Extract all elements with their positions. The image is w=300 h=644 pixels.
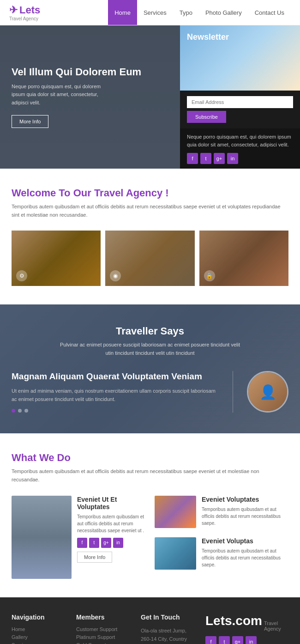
traveller-name: Magnam Aliquam Quaerat Voluptatem Veniam bbox=[12, 371, 219, 383]
welcome-description: Temporibus autem quibusdam et aut offici… bbox=[12, 203, 288, 219]
hero-title: Vel Illum Qui Dolorem Eum bbox=[12, 66, 168, 78]
nav-services[interactable]: Services bbox=[137, 0, 173, 25]
footer-twitter-icon[interactable]: t bbox=[219, 636, 230, 644]
linkedin-icon[interactable]: in bbox=[227, 153, 238, 164]
footer-members-title: Members bbox=[76, 614, 132, 621]
footer-platinum-support[interactable]: Platinum Support bbox=[76, 634, 132, 640]
hero-more-info-button[interactable]: More Info bbox=[12, 115, 48, 128]
footer-nav-home[interactable]: Home bbox=[12, 626, 67, 632]
nav-photo-gallery[interactable]: Photo Gallery bbox=[199, 0, 248, 25]
traveller-divider bbox=[233, 371, 233, 413]
newsletter-text: Neque porro quisquam est, qui dolorem ip… bbox=[180, 128, 300, 153]
footer-contact-title: Get In Touch bbox=[141, 614, 196, 621]
subscribe-button[interactable]: Subscribe bbox=[187, 111, 226, 123]
nav-home[interactable]: Home bbox=[108, 0, 137, 25]
footer-social-icons: f t g+ in bbox=[205, 636, 257, 644]
footer-address: Ola-ola street Jump, 260-14 City, Countr… bbox=[141, 626, 196, 644]
navigation: ✈ Lets Travel Agency Home Services Typo … bbox=[0, 0, 300, 25]
traveller-header: Traveller Says Pulvinar ac enimet posuer… bbox=[12, 325, 288, 357]
footer-nav-gallery[interactable]: Gallery bbox=[12, 634, 67, 640]
gallery-item-1[interactable]: ⚙ bbox=[12, 231, 101, 286]
newsletter-social-icons: f t g+ in bbox=[180, 153, 300, 169]
facebook-icon[interactable]: f bbox=[187, 153, 198, 164]
hero-content: Vel Illum Qui Dolorem Eum Neque porro qu… bbox=[12, 66, 168, 128]
services-grid: Eveniet Ut Et Voluptates Temporibus aute… bbox=[12, 496, 288, 579]
dot-3[interactable] bbox=[24, 409, 28, 413]
dot-1[interactable] bbox=[12, 409, 15, 413]
gallery-grid: ⚙ ◉ 🔒 bbox=[12, 231, 288, 286]
email-input[interactable] bbox=[187, 96, 293, 108]
gallery-item-3[interactable]: 🔒 bbox=[199, 231, 288, 286]
google-plus-icon[interactable]: g+ bbox=[214, 153, 225, 164]
left-service-social: f t g+ in bbox=[77, 538, 145, 548]
gallery-overlay-3: 🔒 bbox=[199, 231, 288, 286]
nav-contact[interactable]: Contact Us bbox=[248, 0, 291, 25]
footer-facebook-icon[interactable]: f bbox=[205, 636, 216, 644]
left-more-info-button[interactable]: More Info bbox=[77, 552, 112, 563]
what-description: Temporibus autem quibusdam et aut offici… bbox=[12, 468, 288, 484]
left-facebook-icon[interactable]: f bbox=[77, 538, 87, 548]
service-left: Eveniet Ut Et Voluptates Temporibus aute… bbox=[12, 496, 145, 579]
newsletter-form: Subscribe bbox=[180, 91, 300, 128]
footer-gplus-icon[interactable]: g+ bbox=[232, 636, 243, 644]
footer-nav-services[interactable]: Services bbox=[12, 642, 67, 644]
right-service-title-2: Eveniet Voluptas bbox=[202, 537, 288, 545]
footer-customer-support[interactable]: Customer Support bbox=[76, 626, 132, 632]
left-twitter-icon[interactable]: t bbox=[89, 538, 99, 548]
right-service-content-1: Eveniet Voluptates Temporibus autem quib… bbox=[202, 496, 288, 530]
hero-section: Vel Illum Qui Dolorem Eum Neque porro qu… bbox=[0, 25, 300, 169]
footer-city: 260-14 City, Country bbox=[141, 636, 187, 642]
dot-2[interactable] bbox=[18, 409, 22, 413]
logo-subtitle: Travel Agency bbox=[9, 16, 40, 21]
logo-text: Lets bbox=[19, 4, 40, 16]
settings-icon: ⚙ bbox=[16, 270, 27, 281]
what-title: What We Do bbox=[12, 452, 288, 464]
right-service-desc-2: Temporibus autem quibusdam et aut offici… bbox=[202, 547, 288, 568]
right-service-desc-1: Temporibus autem quibusdam et aut offici… bbox=[202, 506, 288, 527]
footer-gold-support[interactable]: Gold Support bbox=[76, 642, 132, 644]
hero-description: Neque porro quisquam est, qui dolorem ip… bbox=[12, 83, 113, 107]
left-service-image bbox=[12, 496, 72, 579]
right-service-image-1 bbox=[155, 496, 196, 528]
footer-nav-col: Navigation Home Gallery Services About C… bbox=[12, 614, 67, 644]
left-service-desc: Temporibus autem quibusdam et aut offici… bbox=[77, 513, 145, 534]
traveller-text: Magnam Aliquam Quaerat Voluptatem Veniam… bbox=[12, 371, 219, 413]
footer-linkedin-icon[interactable]: in bbox=[246, 636, 257, 644]
right-service-image-2 bbox=[155, 537, 196, 570]
footer: Navigation Home Gallery Services About C… bbox=[0, 597, 300, 644]
avatar-image: 👤 bbox=[248, 372, 287, 411]
left-gplus-icon[interactable]: g+ bbox=[101, 538, 111, 548]
welcome-section: Welcome To Our Travel Agency ! Temporibu… bbox=[0, 169, 300, 304]
eye-icon: ◉ bbox=[110, 270, 121, 281]
traveller-avatar: 👤 bbox=[247, 371, 288, 413]
service-right: Eveniet Voluptates Temporibus autem quib… bbox=[155, 496, 288, 579]
newsletter-image: Newsletter bbox=[180, 25, 300, 91]
traveller-section-title: Traveller Says bbox=[12, 325, 288, 337]
traveller-section: Traveller Says Pulvinar ac enimet posuer… bbox=[0, 304, 300, 433]
footer-logo-sub: Travel Agency bbox=[264, 620, 288, 632]
welcome-title: Welcome To Our Travel Agency ! bbox=[12, 187, 288, 199]
traveller-dots bbox=[12, 409, 219, 413]
lock-icon: 🔒 bbox=[204, 270, 215, 281]
right-service-bottom: Eveniet Voluptas Temporibus autem quibus… bbox=[155, 537, 288, 572]
left-service-title: Eveniet Ut Et Voluptates bbox=[77, 496, 145, 510]
nav-links: Home Services Typo Photo Gallery Contact… bbox=[108, 0, 291, 25]
what-we-do-section: What We Do Temporibus autem quibusdam et… bbox=[0, 433, 300, 597]
gallery-item-2[interactable]: ◉ bbox=[105, 231, 194, 286]
nav-typo[interactable]: Typo bbox=[173, 0, 199, 25]
traveller-content: Magnam Aliquam Quaerat Voluptatem Veniam… bbox=[12, 371, 288, 413]
logo: ✈ Lets Travel Agency bbox=[9, 4, 40, 21]
newsletter-overlay: Newsletter bbox=[180, 25, 300, 91]
right-service-title-1: Eveniet Voluptates bbox=[202, 496, 288, 503]
right-service-top: Eveniet Voluptates Temporibus autem quib… bbox=[155, 496, 288, 530]
left-linkedin-icon[interactable]: in bbox=[113, 538, 123, 548]
traveller-description: Ut enim ad minima veniam, quis nostrum e… bbox=[12, 387, 219, 403]
gallery-overlay-1: ⚙ bbox=[12, 231, 101, 286]
plane-icon: ✈ bbox=[9, 4, 18, 16]
hero-left: Vel Illum Qui Dolorem Eum Neque porro qu… bbox=[0, 25, 180, 169]
footer-grid: Navigation Home Gallery Services About C… bbox=[12, 614, 288, 644]
twitter-icon[interactable]: t bbox=[200, 153, 211, 164]
footer-contact-col: Get In Touch Ola-ola street Jump, 260-14… bbox=[141, 614, 196, 644]
left-service-container: Eveniet Ut Et Voluptates Temporibus aute… bbox=[12, 496, 145, 579]
footer-logo-name: Lets.com bbox=[205, 614, 262, 628]
